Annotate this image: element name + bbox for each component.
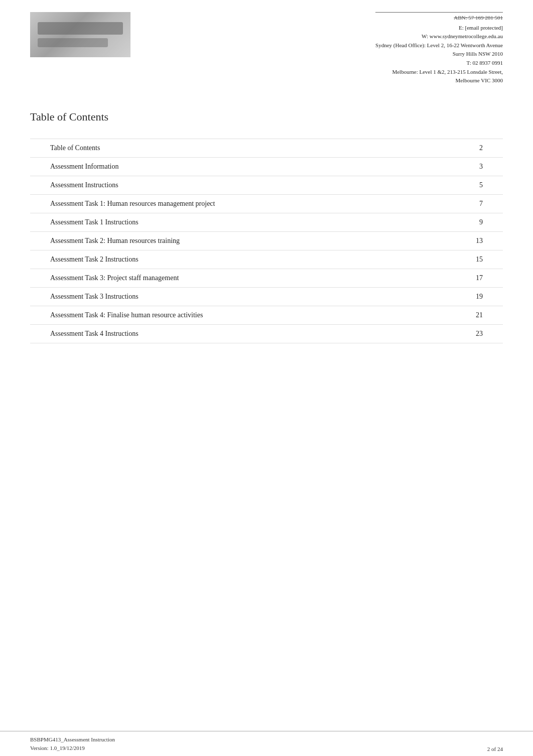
page-header: ABN: 57 169 281 501 E: [email protected]… (0, 0, 533, 90)
company-logo (30, 12, 130, 57)
toc-row: Table of Contents2 (30, 139, 503, 157)
footer-version: Version: 1.0_19/12/2019 (30, 744, 503, 752)
toc-row: Assessment Task 2: Human resources train… (30, 231, 503, 250)
toc-item-page: 7 (456, 194, 503, 213)
abn-line: ABN: 57 169 281 501 (375, 12, 503, 23)
toc-item-label: Assessment Task 3: Project staff managem… (30, 269, 456, 287)
toc-item-label: Assessment Information (30, 157, 456, 176)
toc-item-label: Assessment Task 2: Human resources train… (30, 231, 456, 250)
toc-item-page: 13 (456, 231, 503, 250)
toc-row: Assessment Task 1 Instructions9 (30, 213, 503, 231)
toc-item-label: Assessment Task 3 Instructions (30, 287, 456, 306)
melbourne-line: Melbourne: Level 1 &2, 213-215 Lonsdale … (375, 68, 503, 77)
toc-item-label: Table of Contents (30, 139, 456, 157)
toc-row: Assessment Task 4: Finalise human resour… (30, 306, 503, 324)
toc-table: Table of Contents2Assessment Information… (30, 139, 503, 343)
page-title: Table of Contents (30, 110, 503, 123)
toc-row: Assessment Task 4 Instructions23 (30, 324, 503, 343)
toc-row: Assessment Information3 (30, 157, 503, 176)
toc-item-label: Assessment Task 4 Instructions (30, 324, 456, 343)
toc-row: Assessment Task 3: Project staff managem… (30, 269, 503, 287)
toc-item-label: Assessment Task 4: Finalise human resour… (30, 306, 456, 324)
toc-item-page: 21 (456, 306, 503, 324)
toc-item-label: Assessment Task 1: Human resources manag… (30, 194, 456, 213)
toc-item-page: 3 (456, 157, 503, 176)
footer-page-number: 2 of 24 (487, 746, 503, 752)
melbourne-vic-line: Melbourne VIC 3000 (375, 76, 503, 85)
website-line: W: www.sydneymetrocollege.edu.au (375, 32, 503, 41)
email-line: E: [email protected] (375, 24, 503, 33)
toc-item-label: Assessment Task 2 Instructions (30, 250, 456, 269)
toc-item-page: 19 (456, 287, 503, 306)
toc-item-label: Assessment Task 1 Instructions (30, 213, 456, 231)
telephone-line: T: 02 8937 0991 (375, 59, 503, 68)
toc-item-page: 2 (456, 139, 503, 157)
main-content: Table of Contents Table of Contents2Asse… (0, 90, 533, 373)
footer-doc-name: BSBPMG413_Assessment Instruction (30, 735, 503, 744)
surry-hills-line: Surry Hills NSW 2010 (375, 50, 503, 59)
footer-doc-info: BSBPMG413_Assessment Instruction Version… (30, 735, 503, 752)
contact-info-block: ABN: 57 169 281 501 E: [email protected]… (375, 12, 503, 85)
sydney-line: Sydney (Head Office): Level 2, 16-22 Wen… (375, 41, 503, 50)
toc-row: Assessment Instructions5 (30, 176, 503, 194)
document-page: ABN: 57 169 281 501 E: [email protected]… (0, 0, 533, 756)
toc-item-page: 5 (456, 176, 503, 194)
toc-row: Assessment Task 2 Instructions15 (30, 250, 503, 269)
toc-row: Assessment Task 3 Instructions19 (30, 287, 503, 306)
toc-item-page: 9 (456, 213, 503, 231)
page-footer: BSBPMG413_Assessment Instruction Version… (0, 731, 533, 756)
toc-item-label: Assessment Instructions (30, 176, 456, 194)
toc-item-page: 15 (456, 250, 503, 269)
toc-row: Assessment Task 1: Human resources manag… (30, 194, 503, 213)
toc-item-page: 23 (456, 324, 503, 343)
toc-item-page: 17 (456, 269, 503, 287)
